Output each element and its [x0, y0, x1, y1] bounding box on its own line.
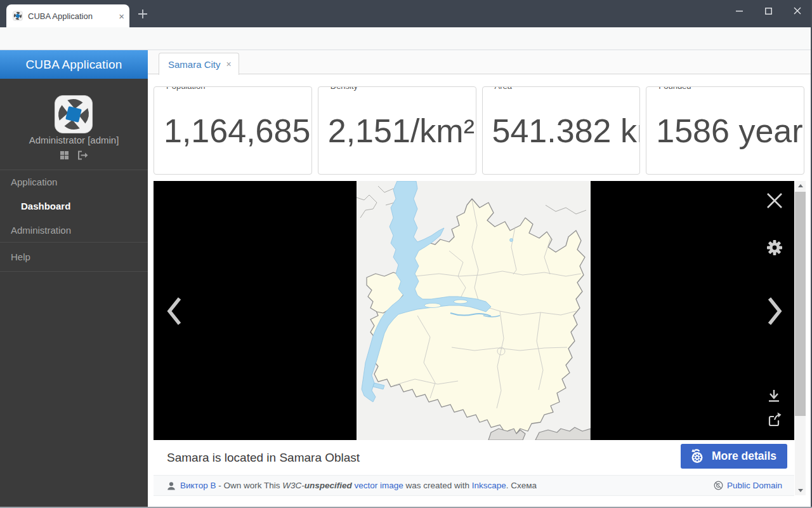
browser-titlebar: CUBA Application ×: [0, 0, 812, 27]
browser-tab-title: CUBA Application: [28, 11, 115, 21]
card-value: 541.382 km²: [483, 112, 640, 150]
gallery-download-button[interactable]: [766, 389, 782, 406]
attribution-segment: unspecified: [304, 481, 352, 490]
card-legend: Area: [491, 86, 516, 91]
public-domain-link[interactable]: Public Domain: [727, 481, 782, 490]
card-density: Density 2,151/km²: [318, 86, 476, 175]
author-icon: [167, 481, 176, 490]
main-menu: Application Dashboard Administration Hel…: [0, 170, 148, 272]
wikimedia-commons-icon: [689, 448, 705, 465]
more-details-label: More details: [712, 450, 776, 463]
tab-close-icon[interactable]: ×: [226, 59, 232, 69]
card-area: Area 541.382 km²: [482, 86, 641, 175]
tab-samara-city[interactable]: Samara City ×: [159, 53, 239, 75]
scroll-up-button[interactable]: [795, 181, 806, 190]
chevron-right-icon: [766, 296, 783, 326]
browser-toolbar: localhost:8080/app/#main/0: [0, 27, 812, 50]
card-legend: Density: [327, 86, 362, 91]
gallery-prev-button[interactable]: [166, 296, 183, 329]
card-legend: Founded: [655, 86, 695, 91]
window-minimize-button[interactable]: [724, 0, 754, 22]
main-content: Samara City × Population 1,164,685 Densi…: [148, 50, 812, 508]
attribution-segment: . Схема: [506, 481, 537, 490]
attribution-segment: W3C-: [282, 481, 304, 490]
author-link[interactable]: Виктор В: [180, 481, 216, 490]
vertical-scrollbar[interactable]: [795, 181, 806, 495]
card-founded: Founded 1586 year: [646, 86, 804, 175]
vector-image-link[interactable]: vector image: [354, 481, 403, 490]
user-name: Administrator [admin]: [0, 135, 148, 145]
attribution-bar: Виктор В - Own work This W3C-unspecified…: [154, 475, 794, 496]
scroll-down-button[interactable]: [795, 486, 806, 495]
app-settings-grid-icon[interactable]: [60, 150, 69, 160]
samara-oblast-map-image[interactable]: [357, 181, 591, 440]
user-actions: [0, 150, 148, 160]
window-close-button[interactable]: [783, 0, 812, 22]
window-maximize-button[interactable]: [754, 0, 783, 22]
card-value: 1,164,685: [154, 112, 310, 150]
more-details-button[interactable]: More details: [681, 444, 787, 469]
tab-label: Samara City: [168, 59, 221, 70]
image-gallery: [154, 181, 794, 440]
image-caption: Samara is located in Samara Oblast: [167, 440, 360, 475]
logout-icon[interactable]: [77, 150, 88, 160]
sidebar: CUBA Application Administrator [admin] A…: [0, 50, 148, 508]
card-legend: Population: [162, 86, 209, 91]
sidebar-item-administration[interactable]: Administration: [0, 218, 148, 243]
image-caption-row: Samara is located in Samara Oblast More …: [154, 440, 794, 475]
gallery-share-button[interactable]: [766, 411, 783, 431]
inkscape-link[interactable]: Inkscape: [472, 481, 506, 490]
card-value: 1586 year: [646, 112, 802, 150]
download-icon: [766, 389, 782, 404]
browser-tab-close-icon[interactable]: ×: [119, 11, 124, 21]
attribution-text: Виктор В - Own work This W3C-unspecified…: [180, 481, 537, 490]
close-icon: [765, 191, 784, 210]
cuba-logo-icon: [54, 95, 93, 134]
gallery-next-button[interactable]: [766, 296, 783, 329]
scrollbar-thumb[interactable]: [795, 192, 806, 416]
gallery-settings-button[interactable]: [766, 239, 783, 258]
gear-icon: [766, 239, 783, 256]
cuba-favicon-icon: [13, 11, 23, 21]
workspace-tabstrip: Samara City ×: [148, 50, 812, 74]
sidebar-item-application[interactable]: Application: [0, 170, 148, 194]
gallery-close-button[interactable]: [765, 191, 784, 213]
stat-cards: Population 1,164,685 Density 2,151/km² A…: [154, 86, 804, 175]
card-population: Population 1,164,685: [154, 86, 312, 175]
new-tab-button[interactable]: [137, 8, 148, 20]
public-domain-icon: [714, 481, 723, 490]
window-controls: [724, 0, 812, 22]
sidebar-item-help[interactable]: Help: [0, 243, 148, 272]
chevron-left-icon: [166, 296, 183, 326]
attribution-segment: was created with: [403, 481, 472, 490]
sidebar-item-dashboard[interactable]: Dashboard: [0, 194, 148, 218]
share-icon: [766, 411, 783, 428]
attribution-segment: - Own work This: [216, 481, 282, 490]
browser-tab[interactable]: CUBA Application ×: [6, 4, 129, 27]
card-value: 2,151/km²: [318, 112, 475, 150]
app-header: CUBA Application: [0, 50, 148, 79]
